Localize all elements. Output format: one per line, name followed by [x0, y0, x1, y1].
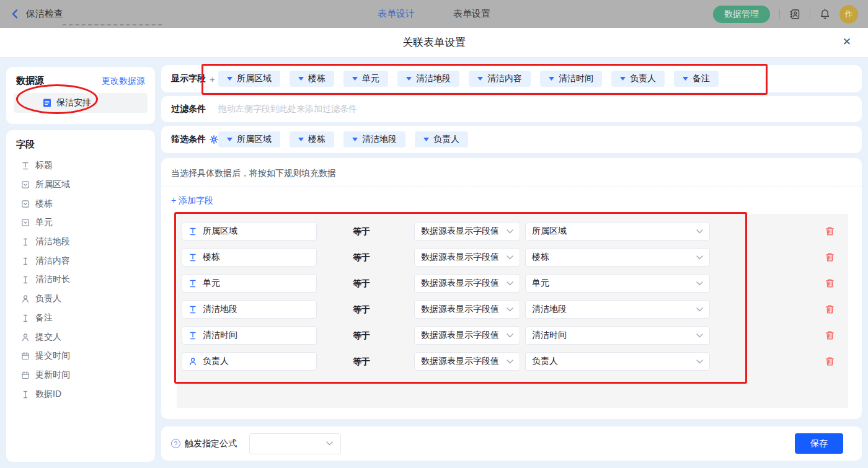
field-item[interactable]: 清洁内容	[16, 251, 145, 270]
tag-label: 清洁内容	[487, 73, 522, 84]
screening-field-tag[interactable]: 楼栋	[290, 131, 334, 148]
title-icon	[188, 253, 197, 262]
add-display-field-button[interactable]: +	[210, 74, 215, 84]
trash-icon[interactable]	[825, 278, 835, 288]
field-item[interactable]: 提交时间	[16, 347, 145, 366]
screening-field-tag[interactable]: 清洁地段	[343, 131, 405, 148]
screening-field-tag[interactable]: 所属区域	[218, 131, 280, 148]
change-datasource-link[interactable]: 更改数据源	[102, 76, 145, 87]
display-field-tag[interactable]: 清洁地段	[397, 71, 459, 87]
caret-down-icon	[477, 77, 483, 81]
trash-icon[interactable]	[825, 304, 835, 314]
data-manage-button[interactable]: 数据管理	[713, 6, 770, 23]
rule-value-select[interactable]: 负责人	[525, 352, 710, 371]
rule-value-label: 所属区域	[532, 226, 567, 237]
display-field-tag[interactable]: 清洁内容	[469, 71, 531, 87]
field-item[interactable]: 负责人	[16, 289, 145, 309]
rule-field-label: 单元	[203, 278, 220, 289]
gear-icon[interactable]	[210, 135, 218, 144]
field-item[interactable]: 提交人	[16, 327, 145, 347]
rule-source-select[interactable]: 数据源表显示字段值	[414, 274, 520, 293]
filter-row[interactable]: 过滤条件 拖动左侧字段到此处来添加过滤条件	[161, 96, 862, 122]
display-fields-label: 显示字段	[171, 73, 206, 84]
rule-target-field[interactable]: 清洁时间	[182, 326, 317, 345]
field-item-label: 楼栋	[35, 198, 53, 210]
field-item[interactable]: 清洁地段	[16, 232, 145, 252]
close-icon[interactable]: ✕	[843, 35, 851, 48]
formula-select[interactable]	[249, 433, 341, 454]
trash-icon[interactable]	[825, 356, 835, 366]
display-field-tag[interactable]: 单元	[343, 71, 388, 87]
rule-value-label: 清洁时间	[532, 330, 567, 341]
text-icon	[21, 257, 30, 265]
caret-down-icon	[406, 77, 412, 81]
modal-header: 关联表单设置 ✕	[0, 28, 868, 58]
rule-target-field[interactable]: 楼栋	[182, 248, 317, 267]
avatar[interactable]: 作	[839, 5, 858, 24]
datasource-item[interactable]: 保洁安排	[14, 93, 148, 113]
tab-form-design[interactable]: 表单设计	[378, 8, 415, 20]
rule-operator: 等于	[353, 300, 370, 319]
rule-target-field[interactable]: 所属区域	[182, 222, 317, 241]
field-item[interactable]: 更新时间	[16, 366, 145, 385]
rule-value-select[interactable]: 所属区域	[525, 222, 710, 241]
footer-bar: ? 触发指定公式 保存	[161, 426, 862, 461]
rule-value-select[interactable]: 清洁时间	[525, 326, 710, 345]
caret-down-icon	[298, 138, 304, 141]
person-icon	[21, 333, 30, 342]
contacts-icon[interactable]	[789, 9, 800, 20]
save-button[interactable]: 保存	[795, 433, 843, 454]
rule-target-field[interactable]: 负责人	[182, 352, 317, 371]
modal-title: 关联表单设置	[402, 35, 466, 50]
rule-value-select[interactable]: 清洁地段	[525, 300, 710, 319]
field-item-label: 清洁地段	[35, 236, 70, 247]
bell-icon[interactable]	[820, 9, 830, 20]
display-field-tag[interactable]: 负责人	[611, 71, 665, 87]
rule-value-label: 单元	[532, 278, 549, 289]
field-item[interactable]: 备注	[16, 309, 145, 328]
back-icon[interactable]	[10, 9, 20, 19]
screening-field-tag[interactable]: 负责人	[415, 131, 468, 148]
field-item[interactable]: 所属区域	[16, 175, 145, 195]
rule-target-field[interactable]: 单元	[182, 274, 317, 293]
help-icon[interactable]: ?	[171, 439, 180, 448]
display-field-tag[interactable]: 清洁时间	[540, 71, 602, 87]
rules-hint: 当选择具体数据后，将按如下规则填充数据	[161, 158, 862, 179]
field-item[interactable]: 数据ID	[16, 384, 145, 404]
add-field-button[interactable]: + 添加字段	[171, 195, 213, 206]
caret-down-icon	[683, 77, 688, 81]
field-item[interactable]: 单元	[16, 213, 145, 232]
screening-row: 筛选条件 所属区域楼栋清洁地段负责人	[161, 126, 862, 153]
rule-source-select[interactable]: 数据源表显示字段值	[414, 300, 520, 319]
title-icon	[188, 305, 197, 314]
tag-label: 备注	[693, 73, 710, 84]
rule-source-value: 数据源表显示字段值	[421, 356, 499, 367]
rule-source-select[interactable]: 数据源表显示字段值	[414, 326, 520, 345]
trash-icon[interactable]	[825, 226, 835, 236]
display-field-tag[interactable]: 所属区域	[218, 71, 280, 87]
display-field-tag[interactable]: 备注	[674, 71, 719, 87]
rule-source-select[interactable]: 数据源表显示字段值	[414, 222, 520, 241]
field-item[interactable]: 标题	[16, 156, 145, 175]
trash-icon[interactable]	[825, 330, 835, 340]
tag-label: 楼栋	[308, 134, 326, 145]
rule-field-label: 负责人	[203, 356, 229, 367]
rule-row: 负责人 等于 数据源表显示字段值 负责人	[177, 352, 848, 371]
rule-source-select[interactable]: 数据源表显示字段值	[414, 248, 520, 267]
title-icon	[188, 331, 197, 340]
screening-tags: 所属区域楼栋清洁地段负责人	[218, 131, 468, 148]
field-item[interactable]: 清洁时长	[16, 270, 145, 289]
field-item[interactable]: 楼栋	[16, 194, 145, 213]
app-title[interactable]: 保洁检查	[26, 8, 63, 20]
rules-panel: 所属区域 等于 数据源表显示字段值 所属区域 楼栋 等于 数据源表显示字段值	[177, 214, 848, 408]
modal-body: 数据源 更改数据源 保洁安排 字段 标题 所属区域 楼栋	[0, 58, 868, 468]
tab-form-settings[interactable]: 表单设置	[453, 8, 490, 20]
trash-icon[interactable]	[825, 252, 835, 262]
rule-target-field[interactable]: 清洁地段	[182, 300, 317, 319]
rule-value-select[interactable]: 单元	[525, 274, 710, 293]
chevron-down-icon	[507, 360, 513, 364]
document-icon	[42, 98, 52, 108]
rule-source-select[interactable]: 数据源表显示字段值	[414, 352, 520, 371]
display-field-tag[interactable]: 楼栋	[290, 71, 334, 87]
rule-value-select[interactable]: 楼栋	[525, 248, 710, 267]
